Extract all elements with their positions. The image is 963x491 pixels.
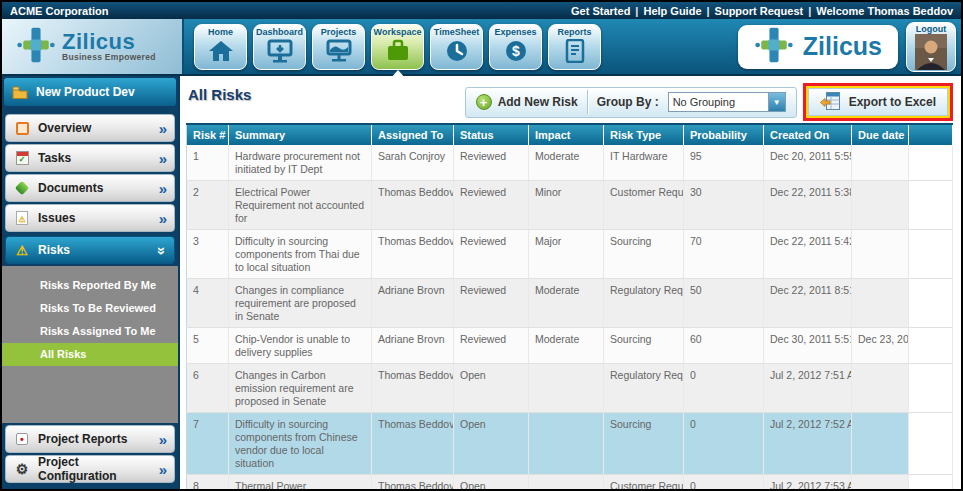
topbar-link-help-guide[interactable]: Help Guide [643, 5, 701, 17]
sidebar-subitem-all-risks[interactable]: All Risks [2, 343, 178, 366]
sidebar-item-issues[interactable]: ⚠Issues» [5, 204, 175, 232]
table-cell: 60 [684, 328, 764, 364]
nav-tab-label: Home [208, 27, 233, 37]
table-cell [529, 475, 604, 490]
table-row[interactable]: 8Thermal Power Requirement not accounted… [187, 475, 953, 490]
plus-icon: + [476, 94, 492, 110]
zilicus-logo-icon [754, 25, 794, 69]
table-row[interactable]: 3Difficulty in sourcing components from … [187, 230, 953, 279]
project-name: New Product Dev [36, 85, 135, 99]
toolbar-divider [587, 90, 588, 114]
table-cell: 1 [187, 145, 229, 181]
brand-tagline: Business Empowered [62, 52, 156, 62]
sidebar-subitem-risks-to-be-reviewed[interactable]: Risks To Be Reviewed [2, 297, 178, 320]
table-row[interactable]: 1Hardware procurement not initiated by I… [187, 145, 953, 181]
sidebar-item-overview[interactable]: Overview» [5, 114, 175, 142]
risk-summary-link[interactable]: Chip-Vendor is unable to delivery suppli… [229, 328, 372, 364]
nav-tab-reports[interactable]: Reports [548, 24, 601, 70]
column-header-probability[interactable]: Probability [684, 124, 764, 145]
app-window: ACME Corporation Get Started|Help Guide|… [0, 0, 963, 491]
table-row[interactable]: 7Difficulty in sourcing components from … [187, 413, 953, 475]
report-icon: • [14, 431, 30, 447]
column-header-impact[interactable]: Impact [529, 124, 604, 145]
sidebar-item-documents[interactable]: Documents» [5, 174, 175, 202]
table-cell [852, 413, 909, 475]
sidebar-subitem-risks-assigned-to-me[interactable]: Risks Assigned To Me [2, 320, 178, 343]
nav-tab-expenses[interactable]: Expenses$ [489, 24, 542, 70]
table-cell: Moderate [529, 145, 604, 181]
risk-summary-link[interactable]: Changes in Carbon emission requirement a… [229, 364, 372, 413]
sidebar-item-project-reports[interactable]: •Project Reports» [5, 425, 175, 453]
table-cell: 5 [187, 328, 229, 364]
group-by-select[interactable]: No Grouping ▼ [668, 92, 786, 112]
table-cell [909, 279, 953, 328]
table-cell: Thomas Beddov [372, 475, 454, 490]
column-header-summary[interactable]: Summary [229, 124, 372, 145]
overview-icon [14, 120, 30, 136]
table-cell: Dec 22, 2011 5:42 ... [764, 230, 852, 279]
chevron-down-icon: ▼ [768, 93, 785, 111]
table-cell [852, 181, 909, 230]
table-cell: Minor [529, 181, 604, 230]
expand-chevron-icon: » [159, 150, 166, 167]
sidebar-item-tasks[interactable]: ✓Tasks» [5, 144, 175, 172]
risk-warning-icon: ⚠ [14, 242, 30, 258]
table-cell [909, 230, 953, 279]
column-header-assigned-to[interactable]: Assigned To [372, 124, 454, 145]
sidebar-item-label: Tasks [38, 151, 71, 165]
link-separator: | [707, 5, 710, 17]
risk-summary-link[interactable]: Thermal Power Requirement not accounted … [229, 475, 372, 490]
column-header-created-on[interactable]: Created On [764, 124, 852, 145]
table-cell: 70 [684, 230, 764, 279]
table-row[interactable]: 4Changes in compliance requirement are p… [187, 279, 953, 328]
nav-tab-dashboard[interactable]: Dashboard [253, 24, 306, 70]
top-bar-links: Get Started|Help Guide|Support Request|W… [571, 5, 953, 17]
table-cell: Thomas Beddov [372, 413, 454, 475]
home-icon [208, 37, 234, 67]
risk-summary-link[interactable]: Difficulty in sourcing components from T… [229, 230, 372, 279]
table-cell: Thomas Beddov [372, 181, 454, 230]
sidebar: New Product Dev Overview»✓Tasks»Document… [2, 76, 180, 489]
table-cell: 0 [684, 364, 764, 413]
table-cell: Adriane Brovn [372, 328, 454, 364]
table-cell [909, 475, 953, 490]
sidebar-subitem-risks-reported-by-me[interactable]: Risks Reported By Me [2, 274, 178, 297]
table-row[interactable]: 2Electrical Power Requirement not accoun… [187, 181, 953, 230]
topbar-link-welcome-thomas-beddov[interactable]: Welcome Thomas Beddov [816, 5, 953, 17]
risk-summary-link[interactable]: Difficulty in sourcing components from C… [229, 413, 372, 475]
logout-button[interactable]: Logout [906, 22, 956, 72]
column-header-status[interactable]: Status [454, 124, 529, 145]
sidebar-item-label: Project Reports [38, 432, 127, 446]
risk-summary-link[interactable]: Hardware procurement not initiated by IT… [229, 145, 372, 181]
table-row[interactable]: 6Changes in Carbon emission requirement … [187, 364, 953, 413]
nav-tab-workspace[interactable]: Workspace [371, 24, 424, 70]
zilicus-logo-icon [16, 25, 56, 69]
nav-tab-projects[interactable]: Projects [312, 24, 365, 70]
risk-summary-link[interactable]: Changes in compliance requirement are pr… [229, 279, 372, 328]
column-header-risk-type[interactable]: Risk Type [604, 124, 684, 145]
table-cell: Dec 20, 2011 5:55 ... [764, 145, 852, 181]
column-header-risk[interactable]: Risk # [187, 124, 229, 145]
table-cell: Regulatory Requ... [604, 364, 684, 413]
risk-summary-link[interactable]: Electrical Power Requirement not account… [229, 181, 372, 230]
column-header-due-date[interactable]: Due date [852, 124, 909, 145]
folder-icon [12, 84, 28, 100]
nav-tab-timesheet[interactable]: TimeSheet [430, 24, 483, 70]
table-cell [852, 279, 909, 328]
table-cell [909, 364, 953, 413]
table-row[interactable]: 5Chip-Vendor is unable to delivery suppl… [187, 328, 953, 364]
table-cell [909, 413, 953, 475]
timesheet-icon [444, 37, 470, 67]
group-by-value: No Grouping [669, 96, 768, 108]
add-new-risk-button[interactable]: + Add New Risk [476, 94, 578, 110]
topbar-link-support-request[interactable]: Support Request [715, 5, 804, 17]
nav-tab-home[interactable]: Home [194, 24, 247, 70]
issues-icon: ⚠ [14, 210, 30, 226]
export-to-excel-button[interactable]: Export to Excel [808, 88, 948, 116]
table-cell [852, 475, 909, 490]
table-cell: 8 [187, 475, 229, 490]
user-avatar [915, 34, 947, 74]
sidebar-item-project-configuration[interactable]: ⚙Project Configuration» [5, 455, 175, 483]
sidebar-item-risks[interactable]: ⚠ Risks » [5, 236, 175, 264]
topbar-link-get-started[interactable]: Get Started [571, 5, 630, 17]
